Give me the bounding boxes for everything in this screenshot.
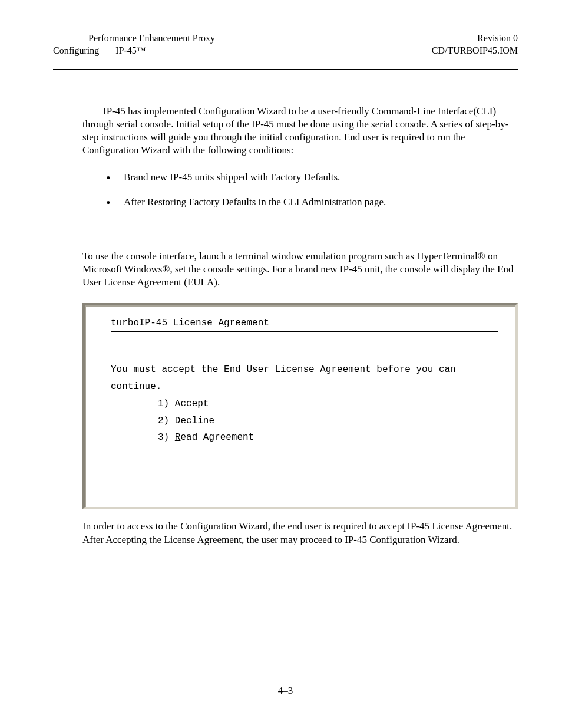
header-subtitle: ConfiguringIP-45™: [53, 45, 215, 57]
document-page: Performance Enhancement Proxy Configurin…: [0, 0, 562, 720]
option-text: ead Agreement: [180, 432, 254, 443]
option-hotkey: R: [175, 432, 181, 443]
console-option-decline: 2) Decline: [111, 413, 498, 430]
header-right: Revision 0 CD/TURBOIP45.IOM: [432, 32, 518, 57]
console-option-accept: 1) Accept: [111, 396, 498, 413]
console-instructions-paragraph: To use the console interface, launch a t…: [82, 250, 518, 289]
header-title: Performance Enhancement Proxy: [53, 32, 215, 45]
console-title: turboIP-45 License Agreement: [111, 317, 498, 330]
page-number: 4–3: [53, 685, 518, 697]
option-text: ecline: [180, 416, 214, 426]
option-text: ccept: [180, 398, 209, 409]
console-divider: [111, 331, 498, 332]
header-revision: Revision 0: [432, 32, 518, 45]
header-section: Configuring: [53, 45, 115, 55]
page-header: Performance Enhancement Proxy Configurin…: [53, 32, 518, 57]
header-doc-id: CD/TURBOIP45.IOM: [432, 45, 518, 57]
header-product: IP-45™: [115, 45, 146, 55]
option-hotkey: D: [175, 416, 181, 426]
option-number: 2): [158, 416, 175, 426]
console-prompt: You must accept the End User License Agr…: [111, 361, 498, 396]
option-hotkey: A: [175, 398, 181, 409]
option-number: 3): [158, 432, 175, 443]
list-item: After Restoring Factory Defaults in the …: [106, 196, 518, 209]
header-left: Performance Enhancement Proxy Configurin…: [53, 32, 215, 57]
console-option-read: 3) Read Agreement: [111, 429, 498, 446]
console-screenshot: turboIP-45 License Agreement You must ac…: [82, 303, 518, 509]
intro-paragraph: IP-45 has implemented Configuration Wiza…: [82, 105, 518, 157]
conditions-list: Brand new IP-45 units shipped with Facto…: [106, 171, 518, 209]
console-body: You must accept the End User License Agr…: [111, 361, 498, 446]
header-rule: [53, 69, 518, 70]
option-number: 1): [158, 398, 175, 409]
list-item: Brand new IP-45 units shipped with Facto…: [106, 171, 518, 184]
closing-paragraph: In order to access to the Configuration …: [82, 520, 518, 546]
page-content: IP-45 has implemented Configuration Wiza…: [53, 105, 518, 546]
intro-text: IP-45 has implemented Configuration Wiza…: [82, 106, 508, 156]
